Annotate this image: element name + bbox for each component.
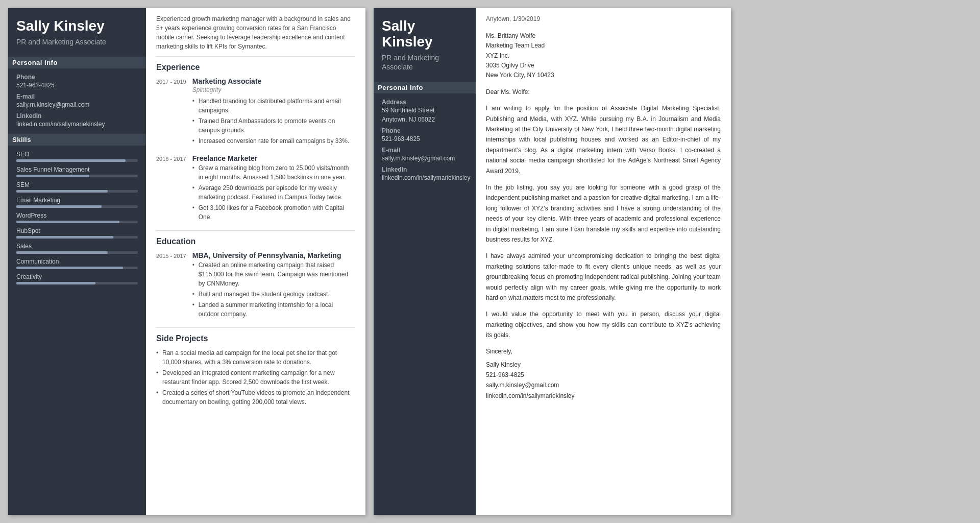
skill-bar-fill — [16, 205, 102, 208]
cl-sig-phone: 521-963-4825 — [486, 370, 721, 380]
cl-paragraph: In the job listing, you say you are look… — [486, 182, 721, 245]
job-bullets: Created an online marketing campaign tha… — [192, 260, 355, 319]
skill-bar-fill — [16, 236, 113, 239]
list-item: Landed a summer marketing internship for… — [192, 300, 355, 319]
skill-bar-background — [16, 159, 138, 162]
cl-main-content: Anytown, 1/30/2019 Ms. Brittany Wolfe Ma… — [476, 8, 731, 515]
skill-bar-fill — [16, 251, 108, 254]
resume-experience-heading: Experience — [156, 63, 355, 72]
skill-bar-background — [16, 175, 138, 177]
cl-recipient-company: XYZ Inc. — [486, 51, 721, 61]
resume-jobs-list: 2017 - 2019Marketing AssociateSpintegrit… — [156, 77, 355, 223]
resume-education-heading: Education — [156, 237, 355, 246]
skill-bar-background — [16, 190, 138, 193]
list-item: Built and managed the student geology po… — [192, 290, 355, 299]
cl-signature-block: Sally Kinsley 521-963-4825 sally.m.kinsl… — [486, 360, 721, 401]
cl-paragraph: I am writing to apply for the position o… — [486, 103, 721, 176]
cl-closing: Sincerely, — [486, 347, 721, 356]
skill-bar-fill — [16, 221, 119, 223]
job-bullets: Grew a marketing blog from zero to 25,00… — [192, 163, 355, 222]
resume-phone-label: Phone — [16, 74, 138, 81]
job-dates: 2015 - 2017 — [156, 252, 186, 320]
skill-bar-background — [16, 251, 138, 254]
job-company: Spintegrity — [192, 86, 355, 93]
skill-bar-background — [16, 236, 138, 239]
resume-education-list: 2015 - 2017MBA, University of Pennsylvan… — [156, 251, 355, 320]
list-item: Increased conversion rate for email camp… — [192, 136, 355, 146]
resume-linkedin-value: linkedin.com/in/sallymariekinsley — [16, 121, 138, 128]
skill-bar-fill — [16, 175, 89, 177]
cl-salutation: Dear Ms. Wolfe: — [486, 87, 721, 97]
cl-recipient-name: Ms. Brittany Wolfe — [486, 31, 721, 41]
job-content: MBA, University of Pennsylvania, Marketi… — [192, 251, 355, 320]
cl-email-value: sally.m.kinsley@gmail.com — [382, 155, 468, 162]
skill-bar-fill — [16, 190, 108, 193]
skill-name: Email Marketing — [16, 197, 138, 204]
cl-recipient-address2: New York City, NY 10423 — [486, 70, 721, 80]
resume-skills-heading: Skills — [8, 134, 146, 146]
job-title: Marketing Associate — [192, 77, 355, 85]
cl-address-label: Address — [382, 99, 468, 106]
job-row: 2016 - 2017Freelance MarketerGrew a mark… — [156, 154, 355, 223]
cl-sig-linkedin: linkedin.com/in/sallymariekinsley — [486, 391, 721, 401]
job-dates: 2017 - 2019 — [156, 78, 186, 147]
job-title: Freelance Marketer — [192, 154, 355, 162]
cl-recipient-address1: 3035 Ogilvy Drive — [486, 61, 721, 70]
cl-recipient-title: Marketing Team Lead — [486, 41, 721, 51]
skill-bar-background — [16, 267, 138, 269]
skill-name: HubSpot — [16, 227, 138, 234]
resume-name: Sally Kinsley — [16, 18, 138, 34]
skill-bar-background — [16, 221, 138, 223]
list-item: Developed an integrated content marketin… — [156, 368, 355, 387]
cl-address-line1: 59 Northfield Street — [382, 107, 468, 114]
background-area — [739, 8, 972, 515]
skill-name: WordPress — [16, 212, 138, 219]
list-item: Created a series of short YouTube videos… — [156, 388, 355, 407]
resume-main-content: Experienced growth marketing manager wit… — [146, 8, 365, 515]
cl-sig-name: Sally Kinsley — [486, 360, 721, 370]
list-item: Average 250 downloads per episode for my… — [192, 183, 355, 202]
skill-bar-background — [16, 282, 138, 284]
list-item: Grew a marketing blog from zero to 25,00… — [192, 163, 355, 182]
cl-personal-info-heading: Personal Info — [374, 82, 476, 93]
skill-bar-fill — [16, 267, 123, 269]
resume-email-label: E-mail — [16, 93, 138, 100]
cl-title: PR and Marketing Associate — [382, 53, 468, 72]
cover-letter-document: Sally Kinsley PR and Marketing Associate… — [374, 8, 731, 515]
skill-name: Sales Funnel Management — [16, 166, 138, 173]
list-item: Handled branding for distributed platfor… — [192, 97, 355, 115]
skill-name: SEM — [16, 181, 138, 188]
resume-side-projects-heading: Side Projects — [156, 334, 355, 343]
cl-date: Anytown, 1/30/2019 — [486, 14, 721, 24]
skill-name: Creativity — [16, 273, 138, 280]
resume-email-value: sally.m.kinsley@gmail.com — [16, 101, 138, 108]
cl-address-line2: Anytown, NJ 06022 — [382, 116, 468, 123]
cl-linkedin-label: LinkedIn — [382, 166, 468, 173]
list-item: Got 3,100 likes for a Facebook promotion… — [192, 203, 355, 222]
cl-linkedin-value: linkedin.com/in/sallymariekinsley — [382, 174, 468, 181]
cl-phone-value: 521-963-4825 — [382, 135, 468, 142]
skill-bar-fill — [16, 159, 126, 162]
list-item: Trained Brand Ambassadors to promote eve… — [192, 116, 355, 135]
resume-document: Sally Kinsley PR and Marketing Associate… — [8, 8, 365, 515]
job-content: Freelance MarketerGrew a marketing blog … — [192, 154, 355, 223]
cl-paragraphs: I am writing to apply for the position o… — [486, 103, 721, 340]
resume-side-projects-list: Ran a social media ad campaign for the l… — [156, 348, 355, 407]
cl-sig-email: sally.m.kinsley@gmail.com — [486, 380, 721, 390]
cl-phone-label: Phone — [382, 127, 468, 134]
cl-paragraph: I would value the opportunity to meet wi… — [486, 309, 721, 340]
job-bullets: Handled branding for distributed platfor… — [192, 97, 355, 146]
cl-sidebar: Sally Kinsley PR and Marketing Associate… — [374, 8, 476, 515]
cl-email-label: E-mail — [382, 147, 468, 154]
resume-divider-projects — [156, 327, 355, 328]
resume-divider-education — [156, 230, 355, 231]
resume-personal-info-heading: Personal Info — [8, 57, 146, 68]
resume-title: PR and Marketing Associate — [16, 37, 138, 46]
job-dates: 2016 - 2017 — [156, 155, 186, 223]
resume-linkedin-label: LinkedIn — [16, 112, 138, 120]
cl-name: Sally Kinsley — [382, 18, 468, 50]
skill-bar-fill — [16, 282, 95, 284]
job-row: 2015 - 2017MBA, University of Pennsylvan… — [156, 251, 355, 320]
list-item: Ran a social media ad campaign for the l… — [156, 348, 355, 367]
resume-skills-list: SEOSales Funnel ManagementSEMEmail Marke… — [16, 151, 138, 284]
